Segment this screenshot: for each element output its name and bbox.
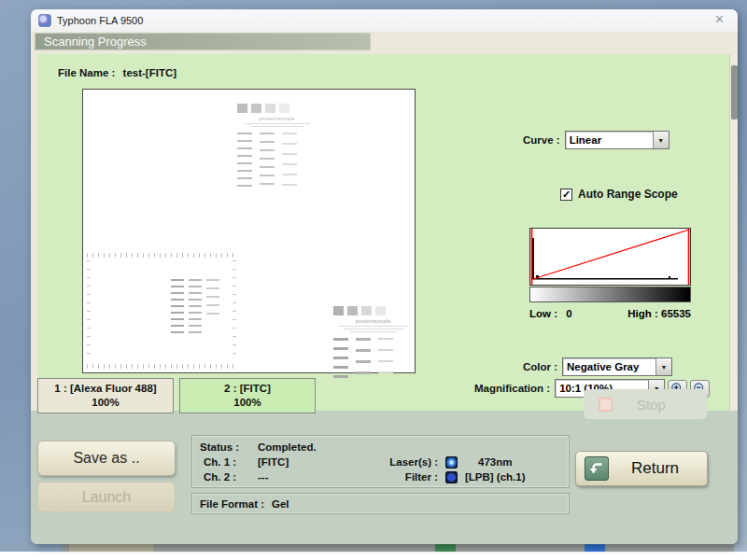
return-arrow-icon	[585, 456, 609, 481]
range-labels: Low : 0 High : 65535	[529, 308, 691, 319]
screen-edge	[0, 552, 747, 560]
gel-marker-bottom: proteinsimple	[333, 306, 414, 381]
color-label: Color :	[523, 361, 557, 372]
ch1-value: [FITC]	[258, 456, 289, 468]
magnification-label: Magnification :	[474, 383, 550, 394]
gel-marker-top: proteinsimple	[237, 104, 317, 187]
launch-button: Launch	[37, 482, 176, 512]
scan-panel: File Name : test-[FITC] proteinsimple	[37, 54, 731, 420]
ch2-value: ---	[258, 471, 269, 483]
close-icon[interactable]: ✕	[714, 12, 725, 26]
status-value: Completed.	[258, 441, 317, 453]
status-label: Status :	[200, 441, 250, 453]
stop-icon	[599, 398, 613, 412]
scrollbar-thumb[interactable]	[731, 65, 738, 119]
tab-label: 2 : [FITC]	[180, 383, 315, 394]
vertical-scrollbar[interactable]	[729, 54, 738, 420]
filter-value: [LPB] (ch.1)	[465, 471, 526, 483]
curve-row: Curve : Linear ▼	[523, 131, 669, 149]
file-format-label: File Format :	[200, 498, 264, 510]
save-as-button[interactable]: Save as ..	[37, 441, 176, 476]
title-bar[interactable]: Typhoon FLA 9500 ✕	[31, 9, 738, 32]
ch2-label: Ch. 2 :	[200, 471, 250, 483]
high-label: High :	[627, 308, 658, 319]
curve-label: Curve :	[523, 134, 560, 146]
file-format-value: Gel	[272, 498, 289, 510]
window-title: Typhoon FLA 9500	[57, 15, 143, 26]
taskbar-item	[435, 544, 456, 552]
ch1-label: Ch. 1 :	[200, 456, 250, 468]
file-format-panel: File Format : Gel	[191, 493, 570, 514]
calibration-target	[87, 253, 236, 369]
file-name-label: File Name : test-[FITC]	[58, 67, 176, 78]
stop-button: Stop	[584, 389, 707, 419]
grayscale-range-bar	[529, 287, 691, 302]
filter-icon	[445, 471, 458, 483]
tone-curve-svg	[530, 229, 690, 285]
tab-percent: 100%	[180, 397, 315, 408]
low-label: Low :	[529, 308, 557, 319]
auto-range-checkbox[interactable]: ✓	[560, 189, 572, 201]
laser-label: Laser(s) :	[384, 456, 438, 468]
file-name-value: test-[FITC]	[123, 67, 177, 78]
curve-select[interactable]: Linear ▼	[565, 131, 669, 149]
scanning-progress-banner: Scanning Progress	[35, 33, 371, 50]
filter-label: Filter :	[384, 471, 438, 483]
taskbar-item	[69, 544, 153, 552]
tab-percent: 100%	[38, 397, 173, 408]
typhoon-window: Typhoon FLA 9500 ✕ Scanning Progress Fil…	[31, 9, 738, 544]
low-value: 0	[566, 308, 571, 319]
laser-value: 473nm	[478, 456, 512, 468]
scan-preview-image[interactable]: proteinsimple	[82, 89, 416, 373]
tone-curve-display	[529, 228, 691, 286]
tab-channel-2[interactable]: 2 : [FITC] 100%	[179, 378, 316, 413]
high-value: 65535	[661, 308, 691, 319]
auto-range-label: Auto Range Scope	[578, 188, 678, 201]
return-button[interactable]: Return	[575, 451, 708, 486]
color-select[interactable]: Negative Gray ▼	[562, 357, 672, 376]
status-panel: Status : Completed. Ch. 1 : [FITC] Laser…	[191, 435, 570, 488]
taskbar-item	[585, 544, 605, 552]
chevron-down-icon[interactable]: ▼	[655, 358, 671, 375]
proteinsimple-logo: proteinsimple	[333, 318, 414, 324]
auto-range-row: ✓ Auto Range Scope	[560, 188, 678, 201]
banner-title: Scanning Progress	[44, 35, 147, 49]
taskbar	[62, 544, 734, 552]
laser-icon	[445, 456, 458, 469]
app-icon	[38, 14, 51, 27]
tab-channel-1[interactable]: 1 : [Alexa Fluor 488] 100%	[37, 378, 174, 413]
tab-label: 1 : [Alexa Fluor 488]	[38, 383, 173, 394]
chevron-down-icon[interactable]: ▼	[653, 132, 669, 148]
proteinsimple-logo: proteinsimple	[237, 116, 317, 121]
color-row: Color : Negative Gray ▼	[523, 357, 672, 376]
